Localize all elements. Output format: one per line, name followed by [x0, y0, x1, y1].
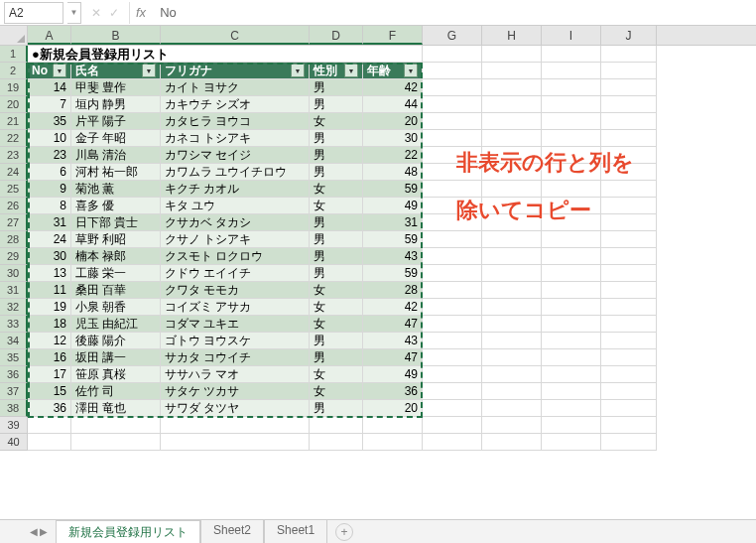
cell[interactable]	[423, 383, 482, 400]
cell[interactable]: 48	[363, 164, 423, 181]
column-header-G[interactable]: G	[423, 26, 482, 45]
cell[interactable]: 42	[363, 79, 423, 96]
cell[interactable]: サタケ ツカサ	[161, 383, 310, 400]
cell[interactable]	[542, 383, 601, 400]
cell[interactable]: 男	[310, 130, 363, 147]
column-header-I[interactable]: I	[542, 26, 601, 45]
cell[interactable]	[601, 434, 657, 451]
row-header[interactable]: 30	[0, 265, 28, 282]
cell[interactable]	[423, 349, 482, 366]
row-header[interactable]: 2	[0, 63, 28, 79]
cell[interactable]	[423, 46, 482, 63]
cell[interactable]: 工藤 栄一	[71, 265, 161, 282]
row-header[interactable]: 25	[0, 181, 28, 198]
cell[interactable]: 35	[28, 113, 71, 130]
cell[interactable]	[542, 63, 601, 79]
cell[interactable]: 男	[310, 333, 363, 349]
cell[interactable]: 16	[28, 349, 71, 366]
cell[interactable]: 片平 陽子	[71, 113, 161, 130]
tab-nav[interactable]: ◀▶	[30, 526, 48, 537]
cell[interactable]	[601, 417, 657, 434]
cell[interactable]: 後藤 陽介	[71, 333, 161, 349]
cell[interactable]	[363, 417, 423, 434]
add-sheet-button[interactable]: +	[335, 523, 353, 541]
cell[interactable]	[542, 113, 601, 130]
cell[interactable]	[482, 46, 542, 63]
cell[interactable]: 14	[28, 79, 71, 96]
cell[interactable]: 7	[28, 96, 71, 113]
cell[interactable]: 女	[310, 316, 363, 333]
row-header[interactable]: 24	[0, 164, 28, 181]
cell[interactable]	[601, 316, 657, 333]
cell[interactable]: 桑田 百華	[71, 282, 161, 299]
cell[interactable]	[542, 366, 601, 383]
cell[interactable]: カキウチ シズオ	[161, 96, 310, 113]
cell[interactable]: 23	[28, 147, 71, 164]
cell[interactable]	[601, 79, 657, 96]
cell[interactable]: 女	[310, 383, 363, 400]
name-box-dropdown[interactable]: ▼	[67, 2, 81, 24]
cell[interactable]: クスモト ロクロウ	[161, 248, 310, 265]
cell[interactable]: 児玉 由紀江	[71, 316, 161, 333]
cell[interactable]: 30	[363, 130, 423, 147]
cell[interactable]	[542, 248, 601, 265]
cell[interactable]: 甲斐 豊作	[71, 79, 161, 96]
cell[interactable]	[601, 383, 657, 400]
cell[interactable]	[423, 63, 482, 79]
cell[interactable]	[601, 265, 657, 282]
cell[interactable]: 笹原 真桜	[71, 366, 161, 383]
cell[interactable]: サワダ タツヤ	[161, 400, 310, 417]
cell[interactable]: カワシマ セイジ	[161, 147, 310, 164]
sheet-tab[interactable]: Sheet1	[264, 519, 327, 544]
cell[interactable]	[542, 96, 601, 113]
cell[interactable]	[482, 349, 542, 366]
cell[interactable]	[28, 434, 71, 451]
cell[interactable]: 坂田 講一	[71, 349, 161, 366]
cell[interactable]: カワムラ ユウイチロウ	[161, 164, 310, 181]
cell[interactable]	[601, 366, 657, 383]
cell[interactable]	[423, 333, 482, 349]
cell[interactable]: 男	[310, 248, 363, 265]
row-header[interactable]: 36	[0, 366, 28, 383]
row-header[interactable]: 34	[0, 333, 28, 349]
cell[interactable]: 20	[363, 113, 423, 130]
cell[interactable]: 44	[363, 96, 423, 113]
cell[interactable]	[423, 366, 482, 383]
column-header-F[interactable]: F	[363, 26, 423, 45]
cell[interactable]	[423, 400, 482, 417]
row-header[interactable]: 23	[0, 147, 28, 164]
accept-icon[interactable]: ✓	[109, 6, 119, 20]
table-header-cell[interactable]: 性別▼	[310, 63, 363, 79]
row-header[interactable]: 35	[0, 349, 28, 366]
cell[interactable]	[423, 113, 482, 130]
row-header[interactable]: 38	[0, 400, 28, 417]
cell[interactable]: カタヒラ ヨウコ	[161, 113, 310, 130]
cell[interactable]: 59	[363, 231, 423, 248]
cell[interactable]	[482, 316, 542, 333]
cell[interactable]	[423, 299, 482, 316]
sheet-tab[interactable]: 新規会員登録用リスト	[56, 520, 200, 544]
cell[interactable]: 喜多 優	[71, 198, 161, 214]
cell[interactable]: 24	[28, 231, 71, 248]
cell[interactable]	[542, 400, 601, 417]
cell[interactable]	[482, 113, 542, 130]
cell[interactable]: サカタ コウイチ	[161, 349, 310, 366]
cell[interactable]: ●新規会員登録用リスト	[28, 46, 423, 63]
cell[interactable]	[542, 316, 601, 333]
cell[interactable]: 日下部 貴士	[71, 214, 161, 231]
cell[interactable]	[310, 434, 363, 451]
cell[interactable]	[542, 46, 601, 63]
cell[interactable]: 47	[363, 349, 423, 366]
cell[interactable]	[423, 248, 482, 265]
column-header-H[interactable]: H	[482, 26, 542, 45]
row-header[interactable]: 20	[0, 96, 28, 113]
row-header[interactable]: 39	[0, 417, 28, 434]
cell[interactable]	[482, 299, 542, 316]
cell[interactable]	[482, 63, 542, 79]
cell[interactable]: 女	[310, 282, 363, 299]
cell[interactable]: 金子 年昭	[71, 130, 161, 147]
cell[interactable]: カイト ヨサク	[161, 79, 310, 96]
cell[interactable]	[601, 46, 657, 63]
cell[interactable]	[423, 265, 482, 282]
cell[interactable]: キクチ カオル	[161, 181, 310, 198]
